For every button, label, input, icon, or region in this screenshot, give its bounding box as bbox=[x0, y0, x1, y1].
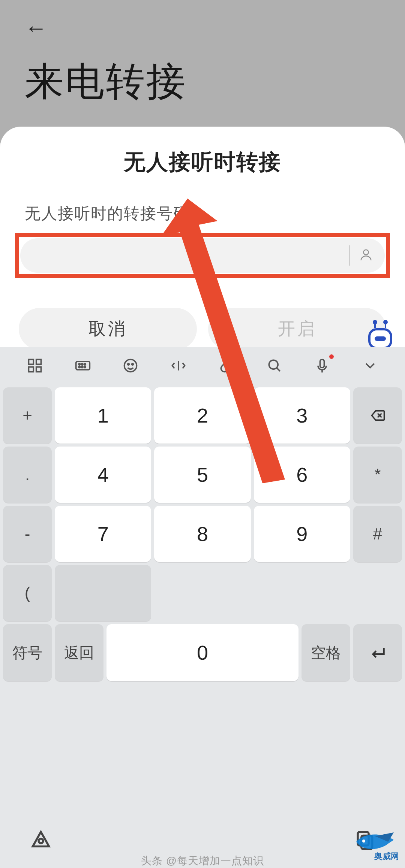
svg-point-9 bbox=[79, 366, 80, 368]
keyboard-toolbar bbox=[0, 347, 405, 384]
svg-point-10 bbox=[81, 366, 83, 368]
svg-point-0 bbox=[363, 250, 368, 255]
svg-rect-5 bbox=[76, 362, 90, 370]
modal-subtitle: 无人接听时的转接号码 bbox=[25, 203, 380, 224]
svg-point-6 bbox=[79, 364, 80, 365]
modal-title: 无人接听时转接 bbox=[0, 148, 405, 177]
key-0[interactable]: 0 bbox=[106, 624, 298, 681]
key-9[interactable]: 9 bbox=[254, 506, 350, 562]
key-dot[interactable]: . bbox=[3, 447, 52, 503]
chevron-down-icon[interactable] bbox=[350, 352, 391, 379]
svg-line-17 bbox=[276, 368, 280, 371]
svg-point-16 bbox=[269, 360, 278, 369]
key-8[interactable]: 8 bbox=[154, 506, 250, 562]
key-minus[interactable]: - bbox=[3, 506, 52, 562]
cancel-button[interactable]: 取消 bbox=[19, 308, 197, 350]
svg-point-8 bbox=[84, 364, 86, 365]
text-caret bbox=[350, 245, 350, 266]
key-7[interactable]: 7 bbox=[55, 506, 151, 562]
key-star[interactable]: * bbox=[353, 447, 402, 503]
key-symbol-placeholder-hidden bbox=[55, 565, 151, 621]
cursor-mode-icon[interactable] bbox=[158, 352, 199, 379]
key-symbols[interactable]: 符号 bbox=[3, 624, 52, 681]
phone-input[interactable] bbox=[32, 238, 350, 273]
link-icon[interactable] bbox=[206, 352, 247, 379]
key-4[interactable]: 4 bbox=[55, 447, 151, 503]
key-hash[interactable]: # bbox=[353, 506, 402, 562]
key-plus[interactable]: + bbox=[3, 387, 52, 444]
svg-point-11 bbox=[84, 366, 86, 368]
software-keyboard: + 1 2 3 . 4 5 6 * - 7 8 9 # ( 符号 返回 0 空格 bbox=[0, 347, 405, 868]
key-3[interactable]: 3 bbox=[254, 387, 350, 444]
svg-point-14 bbox=[132, 364, 134, 365]
mic-record-icon[interactable] bbox=[302, 352, 343, 379]
svg-point-23 bbox=[39, 839, 43, 843]
key-2[interactable]: 2 bbox=[154, 387, 250, 444]
page-title: 来电转接 bbox=[25, 56, 380, 108]
emoji-icon[interactable] bbox=[110, 352, 151, 379]
svg-point-12 bbox=[124, 360, 137, 372]
contacts-icon[interactable] bbox=[358, 247, 374, 264]
svg-rect-2 bbox=[36, 360, 41, 365]
svg-point-7 bbox=[81, 364, 83, 365]
search-icon[interactable] bbox=[254, 352, 295, 379]
apps-grid-icon[interactable] bbox=[14, 352, 56, 379]
svg-rect-3 bbox=[28, 367, 33, 372]
svg-rect-4 bbox=[36, 367, 41, 372]
back-arrow-icon[interactable]: ← bbox=[25, 15, 47, 40]
enable-button[interactable]: 开启 bbox=[208, 308, 386, 350]
key-6[interactable]: 6 bbox=[254, 447, 350, 503]
svg-rect-1 bbox=[28, 360, 33, 365]
keyboard-switch-icon[interactable] bbox=[62, 352, 104, 379]
phone-input-container[interactable] bbox=[20, 238, 385, 273]
svg-point-27 bbox=[362, 840, 365, 843]
key-space[interactable]: 空格 bbox=[302, 624, 350, 681]
key-enter[interactable] bbox=[353, 624, 402, 681]
svg-point-13 bbox=[128, 364, 129, 365]
footer-credit: 头条 @每天增加一点知识 bbox=[0, 854, 405, 868]
key-return[interactable]: 返回 bbox=[55, 624, 104, 681]
key-5[interactable]: 5 bbox=[154, 447, 250, 503]
key-1[interactable]: 1 bbox=[55, 387, 151, 444]
phone-input-highlight bbox=[15, 233, 390, 278]
nav-triangle-icon[interactable] bbox=[30, 828, 52, 852]
svg-rect-18 bbox=[320, 360, 324, 368]
key-paren[interactable]: ( bbox=[3, 565, 52, 621]
key-backspace[interactable] bbox=[353, 387, 402, 444]
